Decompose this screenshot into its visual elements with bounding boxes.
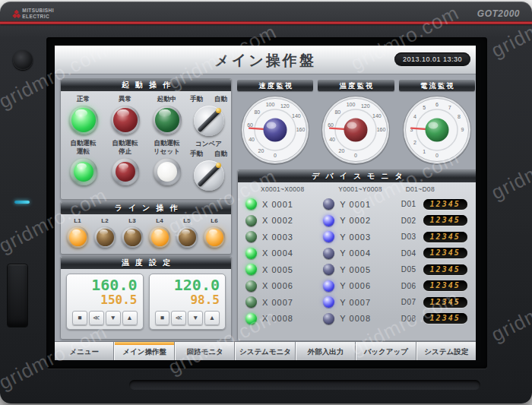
tab-system-settings[interactable]: システム設定 xyxy=(416,342,476,360)
svg-text:100: 100 xyxy=(347,102,356,107)
x-bit-row-8: X 0008 xyxy=(245,311,323,327)
y-bit-label: Y 0004 xyxy=(340,248,371,258)
device-monitor-colheads: X0001~X0008 Y0001~Y0008 D01~D08 xyxy=(245,185,470,196)
y-bit-row-5: Y 0005 xyxy=(323,261,401,278)
y-bit-lamp xyxy=(323,248,334,259)
line-lamp-cell-L6: L6 xyxy=(201,217,228,248)
x-bit-row-7: X 0007 xyxy=(245,294,323,311)
current-gauge-header: 電流監視 xyxy=(399,80,475,91)
normal-lamp-dome xyxy=(71,108,96,132)
temp-current-display: 98.5 xyxy=(155,293,220,307)
line-lamp-label: L2 xyxy=(91,217,119,225)
temp-setpoint-display: 120.0 xyxy=(155,277,220,293)
line-lamp-L1 xyxy=(67,226,88,248)
temp-setpoint-display: 160.0 xyxy=(72,277,138,293)
x-bit-row-2: X 0002 xyxy=(245,213,323,229)
d-word-value-display: 12345 xyxy=(423,248,467,258)
svg-text:7: 7 xyxy=(448,105,451,110)
auto-reset-button-label: 自動運転リセット xyxy=(146,139,188,157)
y-bit-label: Y 0001 xyxy=(340,200,371,209)
temp2-fast-button[interactable]: ≪ xyxy=(171,311,186,325)
svg-text:6: 6 xyxy=(435,102,439,107)
y-column-header: Y0001~Y0008 xyxy=(323,185,401,196)
temp2-stop-button[interactable]: ■ xyxy=(155,311,170,325)
auto-reset-button-cell: 自動運転リセット xyxy=(146,139,188,191)
line-panel-header: ライン操作 xyxy=(61,202,231,214)
conveyor-selector-labels: 手動自動 xyxy=(188,149,230,159)
auto-run-button[interactable] xyxy=(70,158,97,185)
normal-lamp xyxy=(69,106,98,134)
startup-operation-panel: 起動操作 正常異常起動中手動自動 自動運転運転自動運転停止自動運転リセットコンベ… xyxy=(60,78,232,200)
x-bit-lamp xyxy=(245,264,257,275)
temp-buttons: ■≪▼▲ xyxy=(72,311,138,325)
svg-text:0: 0 xyxy=(355,153,358,158)
manual-auto-selector-wrap xyxy=(188,106,230,136)
svg-text:0: 0 xyxy=(274,153,277,158)
line-lamp-L4 xyxy=(149,226,170,248)
temp1-fast-button[interactable]: ≪ xyxy=(89,311,104,325)
x-bit-lamp xyxy=(245,215,257,226)
auto-run-button-wrap xyxy=(62,158,104,185)
line-lamp-label: L5 xyxy=(173,217,201,225)
x-bit-label: X 0003 xyxy=(262,233,293,242)
line-lamp-cell-L2: L2 xyxy=(91,217,119,248)
tab-menu[interactable]: メニュー xyxy=(55,342,114,360)
brand-text: MITSUBISHI ELECTRIC xyxy=(22,8,54,20)
tab-backup[interactable]: バックアップ xyxy=(356,342,416,360)
line-lamp-wrap xyxy=(91,226,119,248)
touch-screen: メイン操作盤 2013.10.01 13:30 起動操作 正常異常起動中手動自動… xyxy=(55,46,476,360)
temp-buttons: ■≪▼▲ xyxy=(155,311,220,325)
manual-auto-selector[interactable] xyxy=(194,106,224,136)
auto-stop-button-cell: 自動運転停止 xyxy=(104,139,146,191)
normal-lamp-cell: 正常 xyxy=(62,94,104,136)
x-bit-label: X 0004 xyxy=(262,248,293,258)
tab-system-monitor[interactable]: システムモニタ xyxy=(235,342,295,360)
temp1-stop-button[interactable]: ■ xyxy=(72,311,87,325)
y-bit-lamp xyxy=(323,296,334,308)
brand-line2: ELECTRIC xyxy=(22,14,54,20)
auto-run-button-label: 自動運転運転 xyxy=(62,139,104,157)
auto-stop-button-label-line: 自動運転 xyxy=(104,139,146,147)
temperature-gauge-knob xyxy=(344,119,368,142)
x-bit-label: X 0008 xyxy=(262,314,293,323)
auto-reset-button[interactable] xyxy=(154,158,181,185)
conveyor-selector-right-label: 自動 xyxy=(214,149,227,159)
y-bit-row-3: Y 0003 xyxy=(323,229,401,245)
temp2-down-button[interactable]: ▼ xyxy=(188,311,203,325)
svg-text:1: 1 xyxy=(423,149,426,154)
line-lamp-dome xyxy=(97,229,114,246)
temp2-up-button[interactable]: ▲ xyxy=(204,311,220,325)
line-lamp-cell-L5: L5 xyxy=(173,217,201,248)
startup-row1: 正常異常起動中手動自動 xyxy=(61,91,231,136)
tab-main-panel[interactable]: メイン操作盤 xyxy=(114,342,174,360)
tab-bar: メニューメイン操作盤回路モニタシステムモニタ外部入出力バックアップシステム設定 xyxy=(55,341,476,360)
x-bit-label: X 0005 xyxy=(262,265,293,274)
temp1-up-button[interactable]: ▲ xyxy=(122,311,138,325)
error-lamp-label: 異常 xyxy=(104,94,146,104)
temp1-down-button[interactable]: ▼ xyxy=(106,311,121,325)
speed-gauge-header: 速度監視 xyxy=(237,80,313,91)
svg-text:20: 20 xyxy=(339,148,345,153)
y-bit-lamp xyxy=(323,198,334,210)
temp-panel-header: 温度設定 xyxy=(61,257,231,269)
d-word-value-display: 12345 xyxy=(423,297,467,308)
d-word-label: D06 xyxy=(401,282,418,290)
conveyor-selector[interactable] xyxy=(194,160,224,191)
starting-lamp-wrap xyxy=(146,106,188,134)
temp-current-display: 150.5 xyxy=(72,293,138,307)
y-bit-lamp xyxy=(323,313,334,324)
conveyor-selector-left-label: 手動 xyxy=(190,149,203,159)
tab-circuit-monitor[interactable]: 回路モニタ xyxy=(175,342,235,360)
line-lamp-row: L1L2L3L4L5L6 xyxy=(61,214,231,248)
d-word-label: D03 xyxy=(401,233,418,241)
d-word-row-3: D0312345 xyxy=(401,229,470,245)
datetime-display: 2013.10.01 13:30 xyxy=(394,52,470,66)
bezel-red-stripe xyxy=(0,21,532,24)
tab-external-io[interactable]: 外部入出力 xyxy=(296,342,356,360)
d-word-row-5: D0512345 xyxy=(401,261,470,278)
svg-text:160: 160 xyxy=(377,127,386,132)
auto-stop-button[interactable] xyxy=(112,158,139,185)
current-gauge-knob xyxy=(425,119,448,142)
svg-text:40: 40 xyxy=(249,137,255,142)
svg-text:4: 4 xyxy=(413,114,416,119)
